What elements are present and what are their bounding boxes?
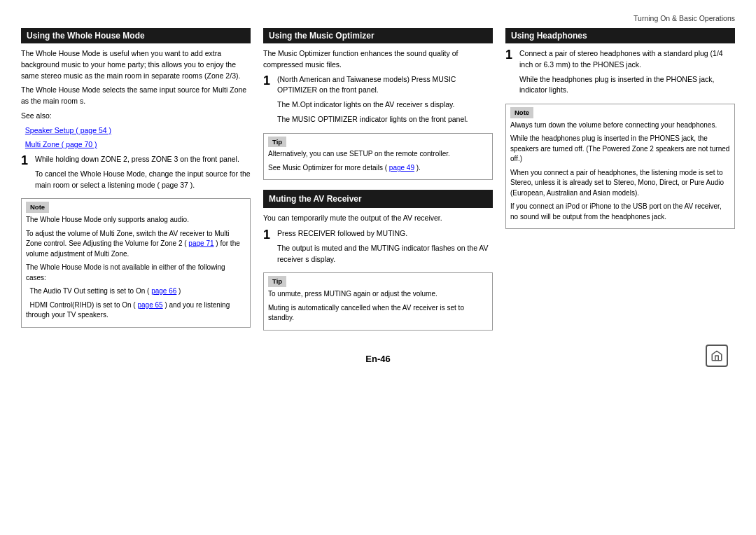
- home-icon: [710, 349, 723, 362]
- headphones-body: 1 Connect a pair of stereo headphones wi…: [505, 48, 735, 229]
- whole-house-header: Using the Whole House Mode: [21, 28, 251, 43]
- page-footer: En-46: [0, 354, 756, 364]
- whole-house-body: The Whole House Mode is useful when you …: [21, 48, 251, 328]
- col-headphones: Using Headphones 1 Connect a pair of ste…: [505, 28, 735, 233]
- music-optimizer-body: The Music Optimizer function enhances th…: [263, 48, 493, 331]
- whole-house-step1: 1 While holding down ZONE 2, press ZONE …: [21, 154, 251, 194]
- music-optimizer-header: Using the Music Optimizer: [263, 28, 493, 43]
- page-number: En-46: [365, 354, 390, 364]
- speaker-setup-link[interactable]: Speaker Setup ( page 54 ): [25, 126, 111, 134]
- whole-house-note: Note The Whole House Mode only supports …: [21, 198, 251, 327]
- music-optimizer-tip: Tip Alternatively, you can use SETUP on …: [263, 133, 493, 181]
- page-section-label: Turning On & Basic Operations: [21, 14, 735, 22]
- muting-tip: Tip To unmute, press MUTING again or adj…: [263, 272, 493, 330]
- col-whole-house: Using the Whole House Mode The Whole Hou…: [21, 28, 251, 332]
- headphones-header: Using Headphones: [505, 28, 735, 43]
- col-music-optimizer: Using the Music Optimizer The Music Opti…: [263, 28, 493, 335]
- muting-header: Muting the AV Receiver: [263, 190, 493, 208]
- page-container: Turning On & Basic Operations Using the …: [0, 0, 756, 377]
- whole-house-note-lines: The Whole House Mode only supports analo…: [26, 215, 246, 321]
- music-optimizer-step1: 1 (North American and Taiwanese models) …: [263, 74, 493, 129]
- section-title-label: Turning On & Basic Operations: [634, 14, 735, 22]
- multi-zone-link[interactable]: Multi Zone ( page 70 ): [25, 140, 97, 148]
- headphones-step1: 1 Connect a pair of stereo headphones wi…: [505, 48, 735, 99]
- muting-step1: 1 Press RECEIVER followed by MUTING. The…: [263, 228, 493, 268]
- muting-section: Muting the AV Receiver You can temporari…: [263, 190, 493, 330]
- content-columns: Using the Whole House Mode The Whole Hou…: [21, 28, 735, 335]
- headphones-note: Note Always turn down the volume before …: [505, 104, 735, 229]
- home-button[interactable]: [706, 345, 728, 367]
